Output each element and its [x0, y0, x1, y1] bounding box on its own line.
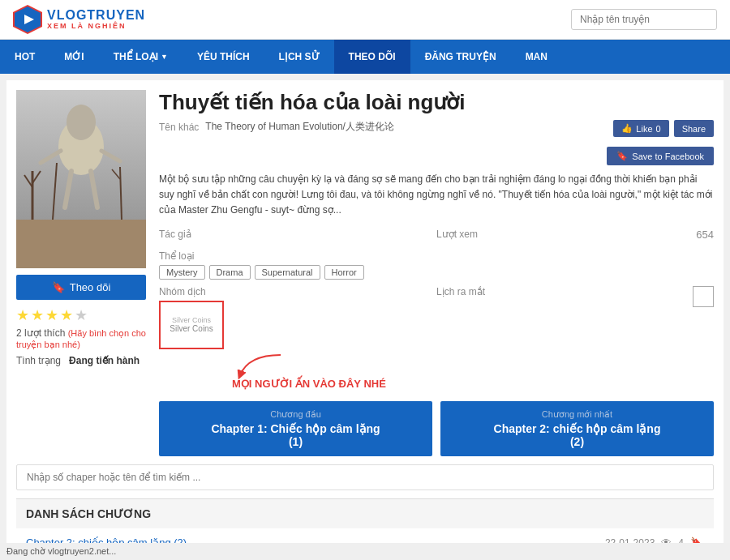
manga-info: Thuyết tiến hóa của loài người Tên khác … — [159, 90, 714, 456]
genre-col: Thể loại Mystery Drama Supernatural Horr… — [159, 250, 714, 280]
manga-description: Một bộ sưu tập những câu chuyện kỳ lạ và… — [159, 172, 714, 219]
views-label: Lượt xem — [436, 229, 478, 241]
star-3[interactable]: ★ — [45, 306, 58, 324]
nav-item-dang-truyen[interactable]: ĐĂNG TRUYỆN — [410, 40, 511, 74]
chapter-list-header: DANH SÁCH CHƯƠNG — [16, 498, 714, 528]
svg-rect-3 — [16, 220, 146, 268]
first-chapter-button[interactable]: Chương đầu Chapter 1: Chiếc hộp câm lặng… — [159, 401, 432, 456]
nav-item-hot[interactable]: HOT — [0, 40, 49, 74]
translator-col: Nhóm dịch Silver Coins Silver Coins — [159, 286, 436, 390]
svg-point-11 — [67, 105, 96, 140]
share-button[interactable]: Share — [674, 120, 714, 137]
fb-buttons: 👍 Like 0 Share — [613, 120, 714, 137]
logo-main-text: VLOGTRUYEN — [47, 8, 145, 23]
footer-status: Đang chờ vlogtruyen2.net... — [0, 543, 730, 560]
genre-label: Thể loại — [159, 250, 714, 262]
save-facebook-button[interactable]: 🔖 Save to Facebook — [607, 147, 714, 165]
chapter-buttons: Chương đầu Chapter 1: Chiếc hộp câm lặng… — [159, 401, 714, 456]
first-chapter-label: Chương đầu — [165, 409, 426, 420]
manga-detail: 🔖 Theo dõi ★ ★ ★ ★ ★ 2 lượt thích (Hãy b… — [16, 90, 714, 456]
stars-row: ★ ★ ★ ★ ★ — [16, 306, 146, 324]
views-col: Lượt xem 654 — [436, 229, 714, 244]
logo-text-block: VLOGTRUYEN XEM LÀ NGHIÊN — [47, 8, 145, 30]
genre-row: Thể loại Mystery Drama Supernatural Horr… — [159, 250, 714, 280]
alt-name-value: The Theory of Human Evolution/人类进化论 — [205, 120, 394, 134]
nav-item-man[interactable]: MAN — [511, 40, 562, 74]
top-header: VLOGTRUYEN XEM LÀ NGHIÊN — [0, 0, 730, 40]
tag-horror[interactable]: Horror — [324, 265, 364, 280]
alt-name-label: Tên khác — [159, 122, 199, 133]
status-value: Đang tiến hành — [69, 355, 140, 366]
like-button[interactable]: 👍 Like 0 — [613, 120, 668, 137]
nav-item-lich-su[interactable]: LỊCH SỬ — [264, 40, 334, 74]
nav-bar: HOT MỚI THỂ LOẠI ▼ YÊU THÍCH LỊCH SỬ THE… — [0, 40, 730, 74]
translator-name: Silver Coins Silver Coins — [170, 316, 213, 333]
release-box — [693, 286, 714, 307]
latest-chapter-label: Chương mới nhất — [447, 409, 707, 420]
star-5[interactable]: ★ — [75, 306, 88, 324]
manga-cover-column: 🔖 Theo dõi ★ ★ ★ ★ ★ 2 lượt thích (Hãy b… — [16, 90, 146, 456]
release-col: Lịch ra mắt — [436, 286, 714, 390]
logo-area[interactable]: VLOGTRUYEN XEM LÀ NGHIÊN — [13, 5, 145, 34]
nav-item-theo-doi[interactable]: THEO DÕI — [334, 40, 410, 74]
tag-drama[interactable]: Drama — [209, 265, 251, 280]
latest-chapter-button[interactable]: Chương mới nhất Chapter 2: chiếc hộp câm… — [440, 401, 714, 456]
tags-row: Mystery Drama Supernatural Horror — [159, 265, 714, 280]
star-4[interactable]: ★ — [60, 306, 73, 324]
nav-item-the-loai[interactable]: THỂ LOẠI ▼ — [99, 40, 182, 74]
star-2[interactable]: ★ — [31, 306, 44, 324]
cover-image — [16, 90, 146, 268]
release-label: Lịch ra mắt — [436, 286, 485, 307]
bookmark-icon: 🔖 — [52, 281, 65, 293]
translator-card[interactable]: Silver Coins Silver Coins — [159, 301, 224, 349]
logo-sub-text: XEM LÀ NGHIÊN — [47, 23, 145, 31]
group-label: Nhóm dịch — [159, 286, 436, 297]
author-views-row: Tác giả Lượt xem 654 — [159, 229, 714, 244]
bookmark-fb-icon: 🔖 — [616, 151, 628, 161]
author-label: Tác giả — [159, 229, 436, 240]
status-row: Tình trạng Đang tiến hành — [16, 355, 146, 366]
author-col: Tác giả — [159, 229, 436, 244]
search-input[interactable] — [571, 9, 717, 30]
alt-name-row: Tên khác The Theory of Human Evolution/人… — [159, 120, 714, 137]
annotation-area: MỌI NGƯỜI ẤN VÀO ĐÂY NHÉ — [232, 351, 436, 390]
like-count: 0 — [656, 124, 661, 134]
logo-icon — [13, 5, 42, 34]
like-label: Like — [636, 124, 652, 134]
follow-button[interactable]: 🔖 Theo dõi — [16, 275, 146, 300]
chevron-down-icon: ▼ — [161, 53, 168, 61]
manga-title: Thuyết tiến hóa của loài người — [159, 90, 714, 115]
tag-supernatural[interactable]: Supernatural — [255, 265, 320, 280]
latest-chapter-title: Chapter 2: chiếc hộp câm lặng (2) — [447, 422, 707, 448]
first-chapter-title: Chapter 1: Chiếc hộp câm lặng (1) — [165, 422, 426, 448]
annotation-text: MỌI NGƯỜI ẤN VÀO ĐÂY NHÉ — [232, 378, 436, 390]
translator-release-row: Nhóm dịch Silver Coins Silver Coins — [159, 286, 714, 390]
main-content: 🔖 Theo dõi ★ ★ ★ ★ ★ 2 lượt thích (Hãy b… — [6, 80, 724, 560]
chapter-search-input[interactable] — [16, 464, 714, 490]
likes-text: 2 lượt thích (Hãy bình chọn cho truyện b… — [16, 327, 146, 350]
nav-item-moi[interactable]: MỚI — [49, 40, 98, 74]
star-1[interactable]: ★ — [16, 306, 29, 324]
views-count: 654 — [696, 229, 714, 241]
tag-mystery[interactable]: Mystery — [159, 265, 205, 280]
nav-item-yeu-thich[interactable]: YÊU THÍCH — [182, 40, 264, 74]
